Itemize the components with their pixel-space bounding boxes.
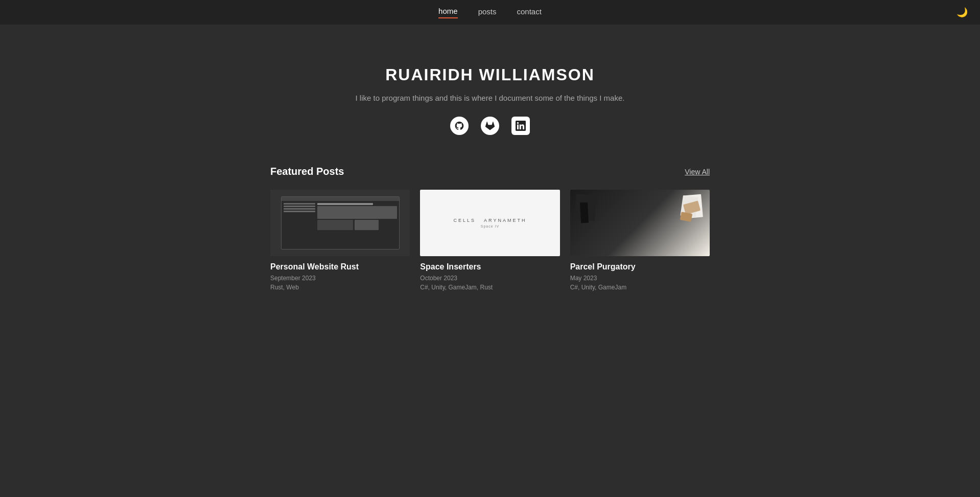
pencil-shape (580, 202, 589, 223)
nav-link-posts[interactable]: posts (478, 7, 497, 18)
navigation: home posts contact 🌙 (0, 0, 980, 25)
github-icon (454, 121, 464, 131)
post-title: Space Inserters (420, 262, 559, 272)
nav-links: home posts contact (438, 7, 542, 18)
post-title: Parcel Purgatory (570, 262, 710, 272)
linkedin-icon (516, 121, 526, 131)
thumb-content (282, 201, 399, 249)
gitlab-icon (485, 121, 495, 131)
post-thumbnail-1 (270, 190, 410, 256)
hero-subtitle: I like to program things and this is whe… (356, 94, 625, 102)
featured-section: Featured Posts View All (260, 155, 720, 322)
github-link[interactable] (450, 117, 469, 135)
hero-title: RUAIRIDH WILLIAMSON (385, 65, 595, 84)
post-card-personal-website-rust[interactable]: Personal Website Rust September 2023 Rus… (270, 190, 410, 291)
box-shape-2 (680, 212, 692, 222)
thumb-line (284, 211, 315, 212)
gitlab-link[interactable] (481, 117, 499, 135)
thumb-sidebar (284, 203, 315, 247)
hero-section: RUAIRIDH WILLIAMSON I like to program th… (0, 25, 980, 155)
thumb-line (284, 203, 315, 205)
post-thumbnail-3 (570, 190, 710, 256)
featured-header: Featured Posts View All (270, 166, 710, 177)
post-tags: Rust, Web (270, 284, 410, 291)
thumb-inner-1 (281, 196, 400, 250)
posts-grid: Personal Website Rust September 2023 Rus… (270, 190, 710, 291)
thumb-title-line (317, 203, 373, 205)
thumb-line (284, 206, 315, 207)
nav-link-home[interactable]: home (438, 7, 458, 18)
nav-link-contact[interactable]: contact (517, 7, 542, 18)
thumb-3d-objects (669, 192, 705, 238)
thumb-sub-block (355, 220, 379, 230)
post-thumbnail-2: CELLS ARYNAMETH Space IV (420, 190, 559, 256)
thumb-bar (282, 197, 399, 201)
post-title: Personal Website Rust (270, 262, 410, 272)
post-date: September 2023 (270, 275, 410, 282)
thumb-line (284, 208, 315, 210)
featured-title: Featured Posts (270, 166, 344, 177)
thumb-sub-block (317, 220, 353, 230)
social-icons (450, 117, 530, 135)
post-date: May 2023 (570, 275, 710, 282)
linkedin-link[interactable] (511, 117, 530, 135)
post-card-space-inserters[interactable]: CELLS ARYNAMETH Space IV Space Inserters… (420, 190, 559, 291)
post-tags: C#, Unity, GameJam, Rust (420, 284, 559, 291)
post-tags: C#, Unity, GameJam (570, 284, 710, 291)
post-date: October 2023 (420, 275, 559, 282)
thumb-cells-text: CELLS ARYNAMETH (454, 218, 527, 223)
view-all-link[interactable]: View All (685, 168, 710, 176)
thumb-main (317, 203, 397, 247)
thumb-sub-text: Space IV (481, 224, 499, 228)
dark-mode-toggle[interactable]: 🌙 (956, 7, 968, 18)
thumb-block (317, 206, 397, 219)
post-card-parcel-purgatory[interactable]: Parcel Purgatory May 2023 C#, Unity, Gam… (570, 190, 710, 291)
